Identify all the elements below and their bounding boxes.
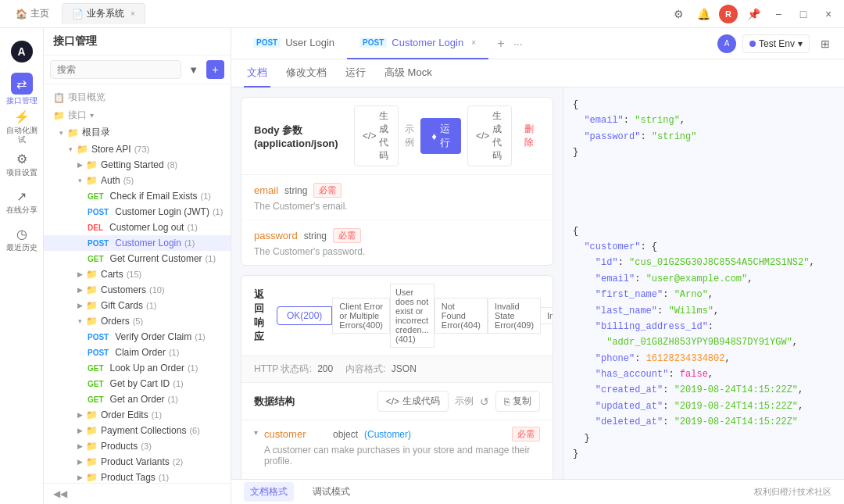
tab-close-icon2[interactable]: × — [471, 38, 476, 47]
check-email-label: Check if Email Exists — [110, 191, 198, 202]
maximize-icon[interactable]: □ — [794, 5, 813, 23]
settings-icon[interactable]: ⚙ — [669, 5, 688, 23]
param-email-required: 必需 — [313, 183, 342, 198]
data-struct-actions: </> 生成代码 示例 ↺ ⎘ 复制 — [377, 391, 540, 412]
response-tab-err401[interactable]: User does not exist or incorrect creden.… — [390, 284, 435, 348]
param-email-name: email — [254, 184, 278, 196]
customers-label: Customers — [101, 284, 146, 295]
response-section: 返回响应 OK(200) Client Error or Multiple Er… — [241, 275, 553, 479]
param-password-desc: The Customer's password. — [254, 246, 540, 257]
sub-tab-modify-doc[interactable]: 修改文档 — [283, 59, 330, 88]
tree-item-get-by-cart-id[interactable]: GET Get by Cart ID (1) — [44, 376, 231, 391]
gen-code-button2[interactable]: </> 生成代码 — [467, 105, 512, 166]
tree-item-customer-logout[interactable]: DEL Customer Log out (1) — [44, 220, 231, 235]
tree-panel: 接口管理 ▼ + 📋 项目概览 📁 接口 ▾ ▾ 📁 根目录 — [44, 28, 231, 504]
more-tabs-icon[interactable]: ··· — [513, 38, 523, 50]
tree-item-check-email[interactable]: GET Check if Email Exists (1) — [44, 188, 231, 204]
notification-icon[interactable]: 🔔 — [694, 5, 713, 23]
tree-section-overview[interactable]: 📋 项目概览 — [44, 88, 231, 105]
customer-login-label: Customer Login — [115, 238, 181, 248]
response-meta: HTTP 状态码: 200 内容格式: JSON — [241, 356, 553, 383]
tree-item-claim-order[interactable]: POST Claim Order (1) — [44, 345, 231, 360]
expand-arrow-customer[interactable]: ▾ — [254, 428, 258, 437]
response-tab-ok200[interactable]: OK(200) — [277, 306, 332, 325]
field-customer-desc: A customer can make purchases in your st… — [264, 445, 540, 466]
watermark-text: 权利归橙汁技术社区 — [754, 487, 831, 496]
order-edits-label: Order Edits — [101, 409, 148, 420]
tree-item-customers[interactable]: ▶ 📁 Customers (10) — [44, 282, 231, 298]
pin-icon[interactable]: 📌 — [744, 5, 763, 23]
search-input[interactable] — [50, 60, 181, 79]
data-gen-code-button[interactable]: </> 生成代码 — [377, 391, 449, 412]
tab-close-icon[interactable]: × — [131, 9, 135, 18]
sub-tab-run[interactable]: 运行 — [342, 59, 369, 88]
tree-item-products[interactable]: ▶ 📁 Products (3) — [44, 438, 231, 454]
store-api-label: Store API — [91, 144, 131, 155]
add-button[interactable]: + — [206, 60, 225, 79]
field-customer-type-link[interactable]: (Customer) — [364, 429, 411, 440]
response-tab-err409[interactable]: Invalid State Error(409) — [488, 298, 541, 334]
tree-item-customer-login[interactable]: POST Customer Login (1) — [44, 235, 231, 251]
user-avatar[interactable]: R — [719, 5, 738, 23]
sidebar-item-share[interactable]: ↗ 在线分享 — [5, 184, 39, 219]
tree-item-get-an-order[interactable]: GET Get an Order (1) — [44, 391, 231, 407]
gen-code-button[interactable]: </> 生成代码 — [354, 105, 399, 166]
minimize-icon[interactable]: − — [769, 5, 788, 23]
response-tab-err400[interactable]: Client Error or Multiple Errors(400) — [332, 298, 390, 334]
products-label: Products — [101, 441, 138, 452]
home-tab[interactable]: 🏠 主页 — [6, 4, 59, 23]
tree-item-product-variants[interactable]: ▶ 📁 Product Variants (2) — [44, 454, 231, 470]
home-icon: 🏠 — [16, 9, 27, 20]
carts-label: Carts — [101, 269, 123, 280]
data-code-icon: </> — [386, 396, 399, 407]
param-email-type: string — [284, 185, 307, 196]
method-post-badge3: POST — [84, 332, 112, 342]
bottom-tab-debug-mode[interactable]: 调试模式 — [306, 482, 356, 502]
tree-item-store-api[interactable]: ▾ 📁 Store API (73) — [44, 141, 231, 157]
collapse-icon[interactable]: ◀◀ — [53, 488, 67, 499]
method-del-badge: DEL — [84, 223, 106, 233]
refresh-icon[interactable]: ↺ — [480, 395, 489, 408]
layout-icon[interactable]: ⊞ — [816, 34, 835, 53]
tree-item-order-edits[interactable]: ▶ 📁 Order Edits (1) — [44, 407, 231, 423]
response-tab-invalid[interactable]: Invali — [541, 307, 553, 324]
tab-user-login[interactable]: POST User Login — [241, 28, 347, 59]
copy-button[interactable]: ⎘ 复制 — [495, 391, 540, 412]
response-tab-err404[interactable]: Not Found Error(404) — [435, 298, 488, 334]
tree-item-gift-cards[interactable]: ▶ 📁 Gift Cards (1) — [44, 298, 231, 313]
tree-item-getting-started[interactable]: ▶ 📁 Getting Started (8) — [44, 157, 231, 173]
env-selector[interactable]: Test Env ▾ — [742, 34, 810, 53]
tree-item-carts[interactable]: ▶ 📁 Carts (15) — [44, 266, 231, 282]
tree-item-product-tags[interactable]: ▶ 📁 Product Tags (1) — [44, 470, 231, 483]
tree-item-verify-order-claim[interactable]: POST Verify Order Claim (1) — [44, 329, 231, 345]
tree-item-root[interactable]: ▾ 📁 根目录 — [44, 123, 231, 141]
sub-tab-mock[interactable]: 高级 Mock — [381, 59, 435, 88]
overview-label: 项目概览 — [68, 91, 106, 104]
sub-tab-doc[interactable]: 文档 — [244, 59, 270, 88]
sidebar-item-project-settings[interactable]: ⚙ 项目设置 — [5, 147, 39, 181]
add-tab-button[interactable]: + — [492, 34, 510, 53]
top-bar-right: ⚙ 🔔 R 📌 − □ × — [669, 5, 838, 23]
content-tabs-bar: POST User Login POST Customer Login × + … — [231, 28, 844, 59]
tree-section-interface[interactable]: 📁 接口 ▾ — [44, 105, 231, 123]
tree-item-payment-collections[interactable]: ▶ 📁 Payment Collections (6) — [44, 423, 231, 438]
close-window-icon[interactable]: × — [819, 5, 838, 23]
tab-customer-login[interactable]: POST Customer Login × — [347, 28, 488, 59]
delete-button[interactable]: 删除 — [518, 120, 540, 152]
env-dot — [749, 41, 756, 47]
tree-item-auth[interactable]: ▾ 📁 Auth (5) — [44, 173, 231, 188]
user-login-method-badge: POST — [253, 38, 281, 48]
field-customer-type: object — [333, 429, 358, 440]
tree-item-customer-login-jwt[interactable]: POST Customer Login (JWT) (1) — [44, 204, 231, 220]
sidebar-item-api-mgmt[interactable]: ⇄ 接口管理 — [5, 72, 39, 106]
sidebar-item-history[interactable]: ◷ 最近历史 — [5, 222, 39, 256]
bottom-tab-doc-format[interactable]: 文档格式 — [244, 482, 294, 502]
tree-item-orders[interactable]: ▾ 📁 Orders (5) — [44, 313, 231, 329]
run-button[interactable]: ♦ 运行 — [420, 118, 461, 154]
body-params-header: Body 参数 (application/json) </> 生成代码 示例 ♦… — [241, 98, 553, 175]
filter-icon[interactable]: ▼ — [184, 60, 203, 79]
tree-item-look-up-order[interactable]: GET Look Up an Order (1) — [44, 360, 231, 376]
active-tab[interactable]: 📄 业务系统 × — [62, 3, 145, 24]
tree-item-get-current-customer[interactable]: GET Get Current Customer (1) — [44, 251, 231, 266]
sidebar-item-automation[interactable]: ⚡ 自动化测试 — [5, 109, 39, 144]
